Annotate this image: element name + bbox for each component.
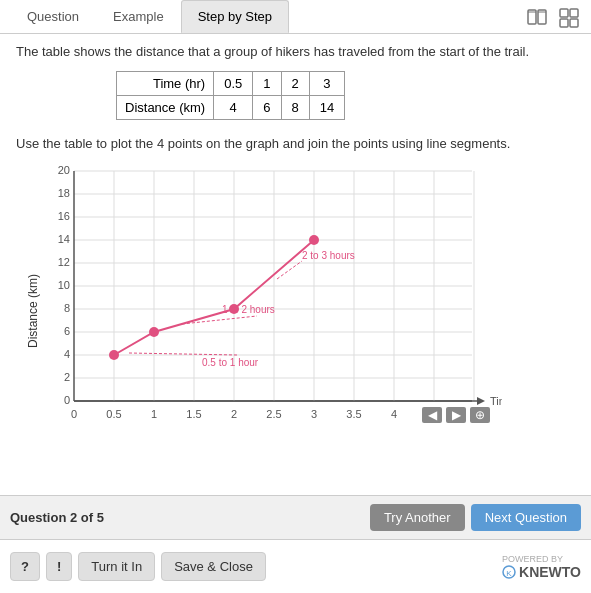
annotation-1-to-2: 1 to 2 hours [222, 304, 275, 315]
try-another-button[interactable]: Try Another [370, 504, 465, 531]
tab-example[interactable]: Example [96, 0, 181, 33]
dist-val-3: 8 [281, 96, 309, 120]
x-axis: 0 0.5 1 1.5 2 2.5 3 [71, 171, 477, 420]
time-val-4: 3 [309, 72, 344, 96]
svg-text:2.5: 2.5 [266, 408, 281, 420]
data-table: Time (hr) 0.5 1 2 3 Distance (km) 4 6 8 … [116, 71, 345, 120]
powered-by: POWERED BY K KNEWTO [502, 554, 581, 580]
svg-rect-4 [560, 9, 568, 17]
svg-text:K: K [506, 569, 512, 578]
graph-line [114, 240, 314, 355]
save-close-button[interactable]: Save & Close [161, 552, 266, 581]
dist-val-2: 6 [253, 96, 281, 120]
svg-text:10: 10 [58, 279, 70, 291]
current-question: 2 [70, 510, 77, 525]
svg-text:⊕: ⊕ [475, 408, 485, 422]
y-axis-label: Distance (km) [26, 274, 40, 348]
svg-text:1: 1 [151, 408, 157, 420]
svg-text:8: 8 [64, 302, 70, 314]
header-icons [525, 6, 581, 30]
svg-rect-5 [570, 9, 578, 17]
instruction-text: Use the table to plot the 4 points on th… [16, 136, 575, 151]
table-row-time: Time (hr) 0.5 1 2 3 [117, 72, 345, 96]
main-content: The table shows the distance that a grou… [0, 34, 591, 471]
dist-val-4: 14 [309, 96, 344, 120]
svg-text:4: 4 [391, 408, 397, 420]
hint-button[interactable]: ! [46, 552, 72, 581]
description-text: The table shows the distance that a grou… [16, 44, 575, 59]
svg-text:▶: ▶ [452, 408, 462, 422]
svg-text:0: 0 [71, 408, 77, 420]
svg-text:14: 14 [58, 233, 70, 245]
distance-label: Distance (km) [117, 96, 214, 120]
tab-step-by-step[interactable]: Step by Step [181, 0, 289, 33]
svg-text:◀: ◀ [428, 408, 438, 422]
svg-marker-53 [477, 397, 485, 405]
powered-by-text: POWERED BY K KNEWTO [502, 554, 581, 580]
brand-name: KNEWTO [519, 564, 581, 580]
point-1hr[interactable] [149, 327, 159, 337]
help-button[interactable]: ? [10, 552, 40, 581]
svg-text:3.5: 3.5 [346, 408, 361, 420]
tab-question[interactable]: Question [10, 0, 96, 33]
svg-text:2: 2 [231, 408, 237, 420]
graph-container: Distance (km) 20 18 16 14 12 [26, 161, 575, 461]
footer-bar: ? ! Turn it In Save & Close POWERED BY K… [0, 539, 591, 593]
book-icon[interactable] [525, 6, 549, 30]
time-val-2: 1 [253, 72, 281, 96]
point-0-5hr[interactable] [109, 350, 119, 360]
point-3hr[interactable] [309, 235, 319, 245]
grid-icon[interactable] [557, 6, 581, 30]
svg-text:2: 2 [64, 371, 70, 383]
time-label: Time (hr) [117, 72, 214, 96]
question-counter: Question 2 of 5 [10, 510, 104, 525]
time-val-1: 0.5 [214, 72, 253, 96]
total-questions: 5 [97, 510, 104, 525]
of-label: of [81, 510, 93, 525]
svg-rect-7 [570, 19, 578, 27]
svg-text:3: 3 [311, 408, 317, 420]
svg-text:0: 0 [64, 394, 70, 406]
question-label: Question [10, 510, 66, 525]
svg-text:4: 4 [64, 348, 70, 360]
svg-text:0.5: 0.5 [106, 408, 121, 420]
svg-text:Time (hr): Time (hr) [490, 395, 502, 407]
turn-it-in-button[interactable]: Turn it In [78, 552, 155, 581]
bottom-bar: Question 2 of 5 Try Another Next Questio… [0, 495, 591, 539]
next-question-button[interactable]: Next Question [471, 504, 581, 531]
graph-svg[interactable]: 20 18 16 14 12 10 8 [42, 161, 502, 461]
svg-text:18: 18 [58, 187, 70, 199]
svg-rect-6 [560, 19, 568, 27]
header-tabs: Question Example Step by Step [0, 0, 591, 34]
dist-val-1: 4 [214, 96, 253, 120]
svg-text:16: 16 [58, 210, 70, 222]
table-row-distance: Distance (km) 4 6 8 14 [117, 96, 345, 120]
svg-line-57 [277, 261, 302, 279]
annotation-2-to-3: 2 to 3 hours [302, 250, 355, 261]
annotation-0-5-to-1: 0.5 to 1 hour [202, 357, 259, 368]
y-axis: 20 18 16 14 12 10 8 [58, 164, 472, 406]
svg-text:1.5: 1.5 [186, 408, 201, 420]
svg-text:12: 12 [58, 256, 70, 268]
bottom-buttons: Try Another Next Question [370, 504, 581, 531]
svg-text:6: 6 [64, 325, 70, 337]
time-val-3: 2 [281, 72, 309, 96]
svg-text:20: 20 [58, 164, 70, 176]
